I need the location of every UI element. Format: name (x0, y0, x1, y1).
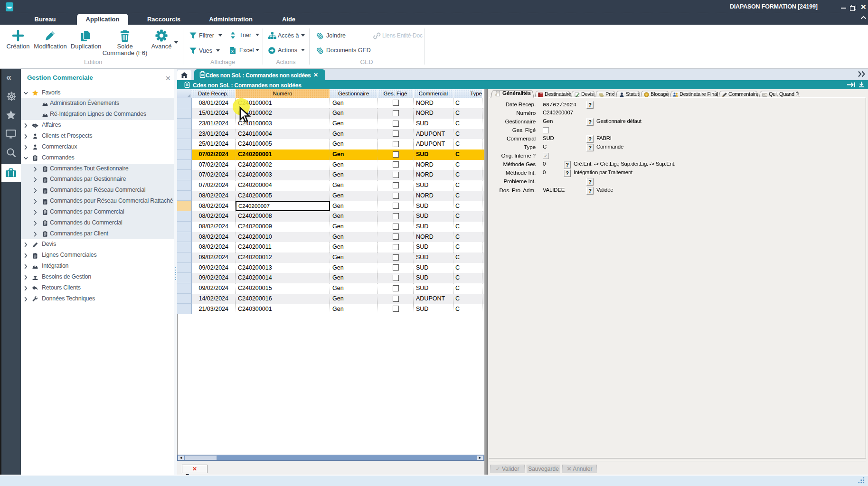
svg-text:x: x (231, 49, 234, 54)
